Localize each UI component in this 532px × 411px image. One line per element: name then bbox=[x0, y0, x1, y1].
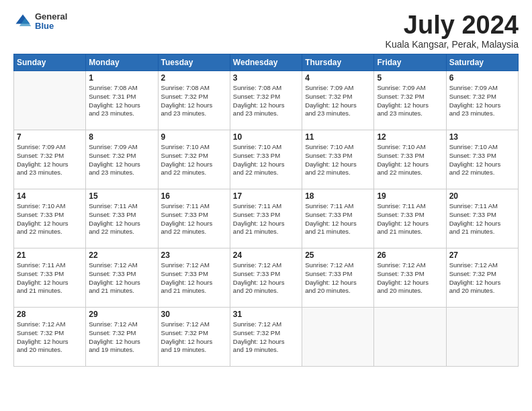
day-number: 26 bbox=[377, 250, 443, 260]
calendar-week-row: 21Sunrise: 7:11 AMSunset: 7:33 PMDayligh… bbox=[14, 248, 519, 308]
day-number: 1 bbox=[89, 73, 154, 83]
calendar-week-row: 7Sunrise: 7:09 AMSunset: 7:32 PMDaylight… bbox=[14, 130, 519, 189]
calendar-cell: 30Sunrise: 7:12 AMSunset: 7:32 PMDayligh… bbox=[158, 308, 230, 367]
calendar-cell: 12Sunrise: 7:10 AMSunset: 7:33 PMDayligh… bbox=[374, 130, 446, 189]
calendar-week-row: 28Sunrise: 7:12 AMSunset: 7:32 PMDayligh… bbox=[14, 308, 519, 367]
day-number: 7 bbox=[17, 132, 83, 142]
calendar-cell bbox=[14, 71, 86, 130]
calendar-cell: 22Sunrise: 7:12 AMSunset: 7:33 PMDayligh… bbox=[86, 248, 158, 308]
calendar-cell: 10Sunrise: 7:10 AMSunset: 7:33 PMDayligh… bbox=[230, 130, 302, 189]
logo-icon bbox=[13, 12, 32, 31]
day-info: Sunrise: 7:12 AMSunset: 7:33 PMDaylight:… bbox=[89, 261, 154, 295]
day-number: 2 bbox=[161, 73, 227, 83]
day-number: 3 bbox=[233, 73, 299, 83]
day-number: 29 bbox=[89, 310, 154, 319]
calendar-cell: 23Sunrise: 7:12 AMSunset: 7:33 PMDayligh… bbox=[158, 248, 230, 308]
day-number: 25 bbox=[305, 250, 371, 260]
day-info: Sunrise: 7:12 AMSunset: 7:32 PMDaylight:… bbox=[17, 320, 83, 355]
calendar-cell: 17Sunrise: 7:11 AMSunset: 7:33 PMDayligh… bbox=[230, 189, 302, 248]
location: Kuala Kangsar, Perak, Malaysia bbox=[386, 39, 519, 50]
logo-blue: Blue bbox=[35, 21, 67, 31]
day-number: 14 bbox=[17, 191, 83, 201]
day-info: Sunrise: 7:11 AMSunset: 7:33 PMDaylight:… bbox=[161, 202, 227, 236]
day-info: Sunrise: 7:09 AMSunset: 7:32 PMDaylight:… bbox=[377, 84, 443, 118]
day-info: Sunrise: 7:12 AMSunset: 7:32 PMDaylight:… bbox=[89, 320, 154, 355]
day-number: 23 bbox=[161, 250, 227, 260]
day-number: 15 bbox=[89, 191, 154, 201]
calendar-cell bbox=[374, 308, 446, 367]
day-info: Sunrise: 7:09 AMSunset: 7:32 PMDaylight:… bbox=[305, 84, 371, 118]
day-info: Sunrise: 7:12 AMSunset: 7:32 PMDaylight:… bbox=[233, 320, 299, 355]
day-number: 19 bbox=[377, 191, 443, 201]
day-info: Sunrise: 7:12 AMSunset: 7:33 PMDaylight:… bbox=[161, 261, 227, 295]
day-info: Sunrise: 7:10 AMSunset: 7:33 PMDaylight:… bbox=[377, 143, 443, 177]
calendar-cell: 16Sunrise: 7:11 AMSunset: 7:33 PMDayligh… bbox=[158, 189, 230, 248]
calendar-cell: 3Sunrise: 7:08 AMSunset: 7:32 PMDaylight… bbox=[230, 71, 302, 130]
day-info: Sunrise: 7:12 AMSunset: 7:33 PMDaylight:… bbox=[305, 261, 371, 295]
calendar-week-row: 1Sunrise: 7:08 AMSunset: 7:31 PMDaylight… bbox=[14, 71, 519, 130]
day-info: Sunrise: 7:11 AMSunset: 7:33 PMDaylight:… bbox=[377, 202, 443, 236]
calendar-header-row: Sunday Monday Tuesday Wednesday Thursday… bbox=[14, 54, 519, 71]
day-info: Sunrise: 7:08 AMSunset: 7:32 PMDaylight:… bbox=[161, 84, 227, 118]
calendar-cell: 13Sunrise: 7:10 AMSunset: 7:33 PMDayligh… bbox=[446, 130, 518, 189]
header: General Blue July 2024 Kuala Kangsar, Pe… bbox=[13, 12, 519, 50]
col-friday: Friday bbox=[374, 54, 446, 71]
calendar-cell: 26Sunrise: 7:12 AMSunset: 7:33 PMDayligh… bbox=[374, 248, 446, 308]
day-info: Sunrise: 7:11 AMSunset: 7:33 PMDaylight:… bbox=[449, 202, 515, 236]
day-number: 13 bbox=[449, 132, 515, 142]
page: General Blue July 2024 Kuala Kangsar, Pe… bbox=[0, 0, 532, 411]
day-number: 5 bbox=[377, 73, 443, 83]
col-tuesday: Tuesday bbox=[158, 54, 230, 71]
day-number: 10 bbox=[233, 132, 299, 142]
day-info: Sunrise: 7:10 AMSunset: 7:33 PMDaylight:… bbox=[305, 143, 371, 177]
day-number: 20 bbox=[449, 191, 515, 201]
calendar-cell: 29Sunrise: 7:12 AMSunset: 7:32 PMDayligh… bbox=[86, 308, 158, 367]
calendar: Sunday Monday Tuesday Wednesday Thursday… bbox=[13, 54, 519, 367]
day-info: Sunrise: 7:12 AMSunset: 7:33 PMDaylight:… bbox=[233, 261, 299, 295]
day-number: 18 bbox=[305, 191, 371, 201]
col-wednesday: Wednesday bbox=[230, 54, 302, 71]
day-number: 8 bbox=[89, 132, 154, 142]
day-info: Sunrise: 7:12 AMSunset: 7:32 PMDaylight:… bbox=[161, 320, 227, 355]
calendar-cell: 11Sunrise: 7:10 AMSunset: 7:33 PMDayligh… bbox=[302, 130, 374, 189]
day-number: 9 bbox=[161, 132, 227, 142]
calendar-cell: 28Sunrise: 7:12 AMSunset: 7:32 PMDayligh… bbox=[14, 308, 86, 367]
day-number: 6 bbox=[449, 73, 515, 83]
day-number: 16 bbox=[161, 191, 227, 201]
calendar-cell: 27Sunrise: 7:12 AMSunset: 7:32 PMDayligh… bbox=[446, 248, 518, 308]
calendar-cell: 20Sunrise: 7:11 AMSunset: 7:33 PMDayligh… bbox=[446, 189, 518, 248]
day-number: 31 bbox=[233, 310, 299, 319]
calendar-cell: 21Sunrise: 7:11 AMSunset: 7:33 PMDayligh… bbox=[14, 248, 86, 308]
day-info: Sunrise: 7:12 AMSunset: 7:33 PMDaylight:… bbox=[377, 261, 443, 295]
day-info: Sunrise: 7:11 AMSunset: 7:33 PMDaylight:… bbox=[89, 202, 154, 236]
day-number: 12 bbox=[377, 132, 443, 142]
col-saturday: Saturday bbox=[446, 54, 518, 71]
calendar-cell bbox=[446, 308, 518, 367]
calendar-cell: 14Sunrise: 7:10 AMSunset: 7:33 PMDayligh… bbox=[14, 189, 86, 248]
day-info: Sunrise: 7:10 AMSunset: 7:33 PMDaylight:… bbox=[17, 202, 83, 236]
calendar-cell: 6Sunrise: 7:09 AMSunset: 7:32 PMDaylight… bbox=[446, 71, 518, 130]
calendar-week-row: 14Sunrise: 7:10 AMSunset: 7:33 PMDayligh… bbox=[14, 189, 519, 248]
day-number: 27 bbox=[449, 250, 515, 260]
day-info: Sunrise: 7:09 AMSunset: 7:32 PMDaylight:… bbox=[17, 143, 83, 177]
calendar-cell: 2Sunrise: 7:08 AMSunset: 7:32 PMDaylight… bbox=[158, 71, 230, 130]
calendar-cell: 24Sunrise: 7:12 AMSunset: 7:33 PMDayligh… bbox=[230, 248, 302, 308]
day-number: 30 bbox=[161, 310, 227, 319]
day-number: 22 bbox=[89, 250, 154, 260]
day-info: Sunrise: 7:10 AMSunset: 7:33 PMDaylight:… bbox=[449, 143, 515, 177]
calendar-cell: 25Sunrise: 7:12 AMSunset: 7:33 PMDayligh… bbox=[302, 248, 374, 308]
day-number: 28 bbox=[17, 310, 83, 319]
day-info: Sunrise: 7:11 AMSunset: 7:33 PMDaylight:… bbox=[305, 202, 371, 236]
logo-text: General Blue bbox=[35, 12, 67, 32]
col-monday: Monday bbox=[86, 54, 158, 71]
calendar-cell: 19Sunrise: 7:11 AMSunset: 7:33 PMDayligh… bbox=[374, 189, 446, 248]
calendar-cell: 7Sunrise: 7:09 AMSunset: 7:32 PMDaylight… bbox=[14, 130, 86, 189]
day-number: 4 bbox=[305, 73, 371, 83]
day-info: Sunrise: 7:08 AMSunset: 7:31 PMDaylight:… bbox=[89, 84, 154, 118]
day-number: 11 bbox=[305, 132, 371, 142]
day-info: Sunrise: 7:10 AMSunset: 7:32 PMDaylight:… bbox=[161, 143, 227, 177]
calendar-cell: 15Sunrise: 7:11 AMSunset: 7:33 PMDayligh… bbox=[86, 189, 158, 248]
calendar-cell: 9Sunrise: 7:10 AMSunset: 7:32 PMDaylight… bbox=[158, 130, 230, 189]
title-block: July 2024 Kuala Kangsar, Perak, Malaysia bbox=[386, 12, 519, 50]
day-info: Sunrise: 7:12 AMSunset: 7:32 PMDaylight:… bbox=[449, 261, 515, 295]
